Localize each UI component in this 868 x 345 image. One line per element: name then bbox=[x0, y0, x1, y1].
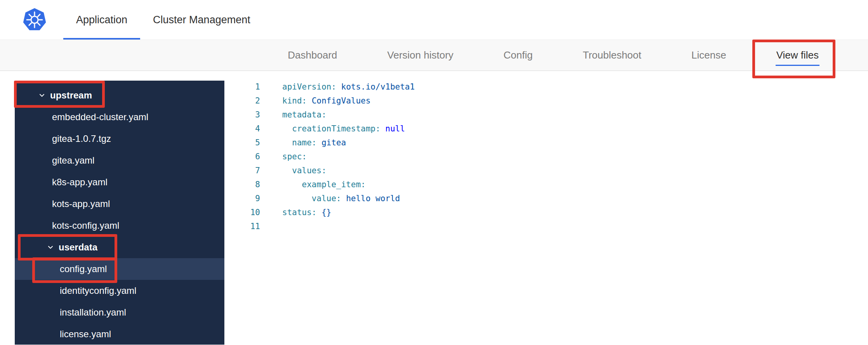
subnav-tab-view-files[interactable]: View files bbox=[776, 41, 819, 69]
topnav-tabs: ApplicationCluster Management bbox=[63, 0, 263, 40]
line-number: 4 bbox=[224, 122, 260, 136]
tree-item-label: kots-config.yaml bbox=[52, 220, 119, 231]
code-text: kind: ConfigValues bbox=[260, 94, 371, 108]
code-text bbox=[260, 219, 282, 233]
code-text: creationTimestamp: null bbox=[260, 122, 405, 136]
code-line: 3metadata: bbox=[224, 108, 868, 122]
code-text: metadata: bbox=[260, 108, 326, 122]
code-line: 4 creationTimestamp: null bbox=[224, 122, 868, 136]
tree-item-label: identityconfig.yaml bbox=[60, 285, 136, 296]
tree-item-label: gitea.yaml bbox=[52, 155, 94, 166]
chevron-down-icon bbox=[38, 91, 46, 99]
tree-item-label: license.yaml bbox=[60, 329, 111, 340]
tree-item-label: userdata bbox=[59, 242, 97, 253]
tree-item-label: config.yaml bbox=[60, 264, 107, 274]
code-line: 9 value: hello world bbox=[224, 191, 868, 205]
kubernetes-logo-icon bbox=[22, 7, 47, 32]
subnav-tab-troubleshoot[interactable]: Troubleshoot bbox=[582, 41, 642, 69]
tree-file-config-yaml[interactable]: config.yaml bbox=[15, 258, 224, 280]
line-number: 9 bbox=[224, 191, 260, 205]
tree-file-kots-app-yaml[interactable]: kots-app.yaml bbox=[15, 193, 224, 215]
tree-file-identityconfig-yaml[interactable]: identityconfig.yaml bbox=[15, 280, 224, 302]
code-text: value: hello world bbox=[260, 191, 400, 205]
code-line: 10status: {} bbox=[224, 205, 868, 219]
code-text: apiVersion: kots.io/v1beta1 bbox=[260, 80, 415, 94]
tree-item-label: embedded-cluster.yaml bbox=[52, 112, 148, 122]
top-navbar: ApplicationCluster Management bbox=[0, 0, 868, 40]
tree-file-kots-config-yaml[interactable]: kots-config.yaml bbox=[15, 215, 224, 236]
code-text: example_item: bbox=[260, 178, 366, 191]
tree-file-gitea-1-0-7-tgz[interactable]: gitea-1.0.7.tgz bbox=[15, 128, 224, 150]
chevron-down-icon bbox=[47, 243, 54, 251]
tree-dir-upstream[interactable]: upstream bbox=[15, 85, 224, 106]
code-line: 7 values: bbox=[224, 164, 868, 178]
code-line: 5 name: gitea bbox=[224, 136, 868, 150]
subnav-tab-config[interactable]: Config bbox=[503, 41, 533, 69]
code-text: spec: bbox=[260, 150, 307, 164]
tree-item-label: kots-app.yaml bbox=[52, 198, 110, 209]
code-text: values: bbox=[260, 164, 326, 178]
line-number: 6 bbox=[224, 150, 260, 164]
line-number: 11 bbox=[224, 219, 260, 233]
code-line: 8 example_item: bbox=[224, 178, 868, 191]
tree-item-label: k8s-app.yaml bbox=[52, 177, 108, 188]
line-number: 1 bbox=[224, 80, 260, 94]
kubernetes-logo bbox=[22, 7, 47, 32]
code-text: name: gitea bbox=[260, 136, 346, 150]
line-number: 8 bbox=[224, 178, 260, 191]
line-number: 3 bbox=[224, 108, 260, 122]
tree-file-k8s-app-yaml[interactable]: k8s-app.yaml bbox=[15, 171, 224, 193]
subnav-tab-license[interactable]: License bbox=[691, 41, 727, 69]
topnav-tab-application[interactable]: Application bbox=[63, 0, 140, 40]
yaml-code-editor[interactable]: 1apiVersion: kots.io/v1beta12kind: Confi… bbox=[224, 71, 868, 345]
code-line: 6spec: bbox=[224, 150, 868, 164]
subnav-tab-version-history[interactable]: Version history bbox=[387, 41, 455, 69]
line-number: 7 bbox=[224, 164, 260, 178]
main-area: upstreamembedded-cluster.yamlgitea-1.0.7… bbox=[0, 71, 868, 345]
tree-file-installation-yaml[interactable]: installation.yaml bbox=[15, 302, 224, 323]
line-number: 10 bbox=[224, 205, 260, 219]
tree-file-license-yaml[interactable]: license.yaml bbox=[15, 323, 224, 345]
subnav-tab-dashboard[interactable]: Dashboard bbox=[287, 41, 338, 69]
tree-file-gitea-yaml[interactable]: gitea.yaml bbox=[15, 150, 224, 171]
tree-dir-userdata[interactable]: userdata bbox=[15, 236, 224, 258]
line-number: 5 bbox=[224, 136, 260, 150]
code-text: status: {} bbox=[260, 205, 331, 219]
code-line: 2kind: ConfigValues bbox=[224, 94, 868, 108]
tree-item-label: upstream bbox=[50, 90, 92, 101]
topnav-tab-cluster-management[interactable]: Cluster Management bbox=[140, 0, 263, 40]
tree-file-embedded-cluster-yaml[interactable]: embedded-cluster.yaml bbox=[15, 106, 224, 128]
file-tree-sidebar: upstreamembedded-cluster.yamlgitea-1.0.7… bbox=[15, 81, 224, 345]
line-number: 2 bbox=[224, 94, 260, 108]
code-line: 11 bbox=[224, 219, 868, 233]
app-subnav: DashboardVersion historyConfigTroublesho… bbox=[0, 40, 868, 71]
tree-item-label: installation.yaml bbox=[60, 307, 126, 318]
tree-item-label: gitea-1.0.7.tgz bbox=[52, 133, 111, 144]
code-line: 1apiVersion: kots.io/v1beta1 bbox=[224, 80, 868, 94]
